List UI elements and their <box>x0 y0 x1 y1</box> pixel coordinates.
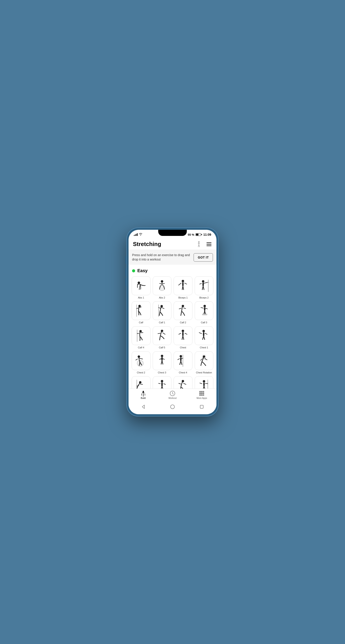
exercise-card[interactable] <box>153 301 172 320</box>
svg-point-11 <box>138 305 141 307</box>
exercise-card[interactable] <box>132 352 151 370</box>
exercise-name: Chest 1 <box>200 346 208 349</box>
svg-point-27 <box>161 355 163 357</box>
exercise-item[interactable]: Calf <box>132 301 151 324</box>
exercise-item[interactable]: Calf 5 <box>153 326 172 349</box>
exercise-card[interactable] <box>174 352 192 370</box>
svg-rect-24 <box>203 332 204 336</box>
exercise-name: Calf 4 <box>138 346 144 349</box>
exercise-item[interactable]: Chest <box>174 326 192 349</box>
svg-rect-54 <box>203 393 204 394</box>
svg-rect-53 <box>201 393 203 394</box>
exercise-card[interactable] <box>132 276 151 295</box>
svg-point-14 <box>182 305 184 307</box>
svg-point-0 <box>198 242 200 242</box>
exercise-grid: Abs 1 <box>132 276 213 388</box>
exercise-card[interactable] <box>195 352 214 370</box>
svg-point-4 <box>182 280 184 282</box>
section-header: Easy <box>132 268 213 273</box>
exercise-card[interactable] <box>174 326 192 345</box>
exercise-name: Calf 1 <box>159 321 165 324</box>
exercise-card[interactable] <box>153 326 172 345</box>
exercise-item[interactable]: Chest 1 <box>195 326 214 349</box>
header-icons <box>196 241 212 247</box>
exercise-card[interactable] <box>132 301 151 320</box>
exercise-card[interactable] <box>174 376 192 388</box>
exercise-card[interactable] <box>195 301 214 320</box>
exercise-name: Biceps 1 <box>178 296 188 299</box>
exercise-card[interactable] <box>195 276 214 295</box>
menu-icon[interactable] <box>206 241 212 247</box>
battery-percent: 55 % <box>188 233 194 236</box>
body-icon[interactable] <box>196 241 202 247</box>
notch <box>158 230 187 236</box>
exercise-card[interactable] <box>153 276 172 295</box>
svg-point-41 <box>182 380 184 382</box>
exercise-name: Abs 1 <box>138 296 144 299</box>
exercise-name: Calf 5 <box>159 346 165 349</box>
status-right: 55 % 11:09 <box>188 233 211 236</box>
tab-more-apps[interactable]: More Apps <box>187 390 216 399</box>
tab-bar: Build Workout <box>129 388 216 402</box>
svg-rect-55 <box>199 394 201 396</box>
exercise-name: Chest 4 <box>179 371 187 374</box>
page-title: Stretching <box>133 241 161 248</box>
exercise-name: Calf 3 <box>201 321 207 324</box>
exercise-item[interactable]: Calf 3 <box>195 301 214 324</box>
exercise-name: Calf <box>139 321 143 324</box>
clock: 11:09 <box>203 233 211 236</box>
exercise-item[interactable]: Biceps 1 <box>174 276 192 299</box>
exercise-item[interactable]: Biceps 2 <box>195 276 214 299</box>
tab-more-apps-label: More Apps <box>196 397 207 399</box>
back-button[interactable] <box>140 403 147 410</box>
svg-point-59 <box>171 405 174 409</box>
exercise-item[interactable] <box>132 376 151 388</box>
svg-rect-9 <box>202 282 204 286</box>
exercise-card[interactable] <box>174 276 192 295</box>
exercise-item[interactable]: Abs 1 <box>132 276 151 299</box>
tab-build[interactable]: Build <box>129 390 158 399</box>
signal-icon <box>134 233 138 236</box>
difficulty-dot <box>132 269 135 272</box>
exercise-item[interactable]: Calf 1 <box>153 301 172 324</box>
svg-rect-50 <box>201 391 203 392</box>
home-button[interactable] <box>169 403 176 410</box>
nav-bar <box>129 402 216 413</box>
exercise-name: Chest 3 <box>158 371 166 374</box>
svg-rect-56 <box>201 394 203 396</box>
exercise-card[interactable] <box>132 376 151 388</box>
exercise-card[interactable] <box>153 376 172 388</box>
exercise-card[interactable] <box>153 352 172 370</box>
exercise-card[interactable] <box>195 326 214 345</box>
info-banner: Press and hold on an exercise to drag an… <box>129 250 216 265</box>
exercise-name: Abs 2 <box>159 296 165 299</box>
exercise-item[interactable]: Chest Rotation <box>195 352 214 374</box>
exercise-card[interactable] <box>174 301 192 320</box>
exercise-card[interactable] <box>132 326 151 345</box>
exercise-item[interactable]: Calf 4 <box>132 326 151 349</box>
tab-workout[interactable]: Workout <box>158 390 187 399</box>
banner-text: Press and hold on an exercise to drag an… <box>132 253 191 262</box>
svg-marker-58 <box>142 405 144 408</box>
recent-button[interactable] <box>198 403 205 410</box>
exercise-item[interactable]: Calf 2 <box>174 301 192 324</box>
exercise-item[interactable]: Chest 3 <box>153 352 172 374</box>
got-it-button[interactable]: GOT IT <box>194 253 213 262</box>
svg-point-39 <box>161 380 163 382</box>
svg-point-3 <box>161 280 163 282</box>
exercise-item[interactable] <box>174 376 192 388</box>
exercise-list[interactable]: Easy <box>129 265 216 388</box>
svg-rect-51 <box>203 391 204 392</box>
exercise-item[interactable]: Abs 2 <box>153 276 172 299</box>
exercise-item[interactable]: Chest 4 <box>174 352 192 374</box>
exercise-name: Calf 2 <box>180 321 186 324</box>
battery-icon <box>196 233 202 236</box>
exercise-item[interactable] <box>195 376 214 388</box>
svg-point-20 <box>161 330 163 332</box>
exercise-item[interactable]: Chest 2 <box>132 352 151 374</box>
exercise-item[interactable] <box>153 376 172 388</box>
svg-point-21 <box>182 330 184 332</box>
exercise-card[interactable] <box>195 376 214 388</box>
wifi-icon <box>139 233 142 236</box>
svg-point-8 <box>202 280 204 282</box>
